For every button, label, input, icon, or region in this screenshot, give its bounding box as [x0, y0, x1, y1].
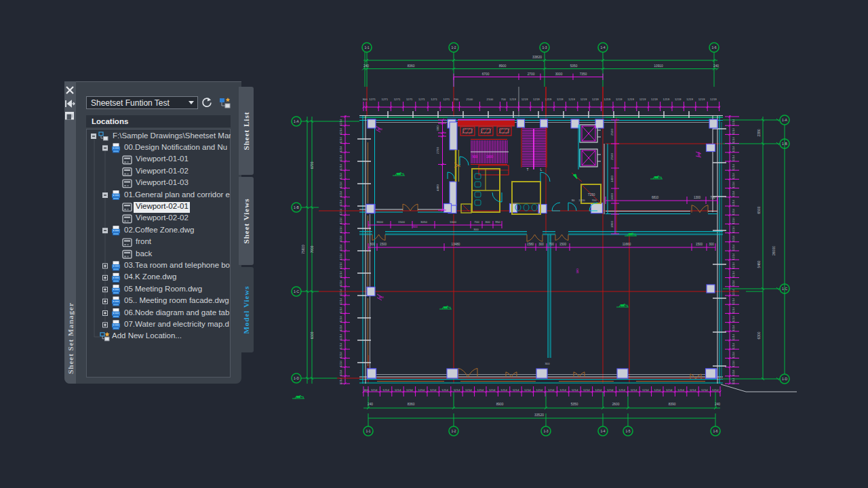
svg-text:1214: 1214 — [339, 127, 342, 134]
svg-text:1500: 1500 — [696, 243, 703, 246]
svg-text:1214: 1214 — [732, 351, 735, 358]
svg-text:6300: 6300 — [311, 331, 314, 339]
svg-text:2100: 2100 — [467, 98, 473, 101]
svg-text:1214: 1214 — [732, 155, 735, 161]
svg-text:1214: 1214 — [732, 298, 735, 304]
svg-text:1214: 1214 — [732, 361, 735, 367]
svg-text:8390: 8390 — [669, 403, 676, 406]
svg-text:1214: 1214 — [732, 333, 735, 340]
svg-text:26000: 26000 — [772, 246, 776, 256]
svg-text:1214: 1214 — [339, 289, 342, 296]
svg-text:1214: 1214 — [654, 388, 661, 392]
svg-text:1214: 1214 — [339, 306, 342, 313]
svg-text:1214: 1214 — [732, 289, 735, 296]
svg-text:1219: 1219 — [533, 98, 540, 101]
svg-text:1214: 1214 — [595, 388, 602, 392]
svg-text:1271: 1271 — [394, 98, 401, 101]
svg-text:3600: 3600 — [376, 220, 383, 224]
svg-text:1219: 1219 — [557, 98, 564, 101]
svg-text:1-6: 1-6 — [711, 45, 716, 49]
svg-text:7900: 7900 — [311, 245, 314, 253]
svg-text:300: 300 — [576, 268, 579, 274]
svg-text:33820: 33820 — [532, 55, 542, 59]
svg-text:1-4: 1-4 — [600, 429, 605, 433]
svg-text:1214: 1214 — [339, 235, 342, 242]
svg-text:6790: 6790 — [311, 161, 314, 169]
svg-text:240: 240 — [368, 403, 373, 406]
svg-text:1214: 1214 — [572, 388, 578, 392]
svg-text:4480: 4480 — [436, 184, 439, 191]
svg-text:1214: 1214 — [732, 316, 735, 323]
svg-text:900: 900 — [472, 155, 477, 159]
svg-text:300: 300 — [538, 243, 544, 246]
svg-text:1219: 1219 — [675, 98, 682, 101]
svg-text:700: 700 — [454, 98, 459, 101]
svg-text:1214: 1214 — [406, 388, 413, 392]
svg-text:6700: 6700 — [482, 73, 490, 76]
svg-text:5350: 5350 — [570, 64, 578, 68]
svg-text:1214: 1214 — [536, 388, 543, 392]
svg-text:1214: 1214 — [548, 388, 555, 392]
svg-text:1214: 1214 — [339, 146, 342, 152]
svg-text:300: 300 — [485, 220, 490, 224]
svg-text:2100: 2100 — [487, 98, 494, 101]
svg-text:1-4: 1-4 — [600, 45, 605, 49]
svg-text:1214: 1214 — [732, 163, 735, 170]
svg-text:1214: 1214 — [732, 262, 735, 268]
svg-text:1214: 1214 — [500, 388, 507, 392]
svg-text:1214: 1214 — [732, 172, 735, 179]
svg-text:1300: 1300 — [694, 196, 701, 199]
svg-text:1214: 1214 — [339, 172, 342, 179]
svg-text:1214: 1214 — [339, 316, 342, 323]
svg-text:T: T — [526, 167, 528, 171]
svg-text:240: 240 — [715, 403, 720, 406]
svg-text:240: 240 — [713, 64, 719, 68]
svg-text:1214: 1214 — [339, 182, 342, 188]
svg-text:1214: 1214 — [465, 388, 472, 392]
svg-text:2700: 2700 — [436, 147, 439, 154]
svg-text:11660: 11660 — [623, 243, 631, 246]
svg-text:1214: 1214 — [339, 155, 342, 161]
svg-text:1214: 1214 — [339, 253, 342, 260]
svg-text:1214: 1214 — [732, 253, 735, 260]
svg-text:1214: 1214 — [339, 280, 342, 287]
svg-text:1214: 1214 — [441, 388, 448, 392]
svg-text:1214: 1214 — [454, 388, 460, 392]
svg-text:1214: 1214 — [618, 388, 625, 392]
svg-text:8360: 8360 — [408, 64, 415, 68]
svg-text:1500: 1500 — [380, 243, 387, 246]
svg-text:240: 240 — [363, 64, 369, 68]
svg-text:90: 90 — [572, 199, 575, 202]
svg-text:1214: 1214 — [339, 325, 342, 331]
svg-text:1214: 1214 — [339, 199, 342, 206]
svg-text:1219: 1219 — [580, 98, 587, 101]
svg-text:1214: 1214 — [732, 182, 735, 188]
svg-text:5350: 5350 — [571, 403, 578, 406]
svg-text:10910: 10910 — [654, 64, 663, 68]
svg-text:8360: 8360 — [408, 403, 415, 406]
svg-text:300: 300 — [473, 228, 479, 231]
svg-text:300: 300 — [545, 362, 551, 365]
svg-text:1-1: 1-1 — [364, 45, 369, 49]
svg-text:1214: 1214 — [732, 378, 735, 384]
svg-text:8900: 8900 — [496, 403, 504, 406]
svg-text:1219: 1219 — [616, 98, 623, 101]
svg-text:1214: 1214 — [732, 217, 735, 224]
svg-text:1600: 1600 — [450, 220, 456, 224]
svg-text:1219: 1219 — [592, 98, 599, 101]
svg-text:1219: 1219 — [521, 98, 528, 101]
svg-text:1219: 1219 — [568, 98, 575, 101]
svg-text:2600: 2600 — [612, 403, 620, 406]
svg-text:1214: 1214 — [732, 342, 735, 349]
svg-text:8900: 8900 — [499, 64, 507, 68]
svg-text:1214: 1214 — [701, 388, 708, 392]
svg-text:300: 300 — [413, 225, 418, 228]
svg-text:1214: 1214 — [339, 217, 342, 224]
svg-text:1219: 1219 — [604, 98, 611, 101]
svg-text:7150: 7150 — [588, 193, 595, 197]
svg-text:13480: 13480 — [452, 243, 460, 246]
svg-text:900: 900 — [436, 125, 439, 131]
svg-text:1214: 1214 — [732, 226, 735, 233]
svg-text:2500: 2500 — [610, 129, 614, 136]
svg-text:1219: 1219 — [686, 98, 693, 101]
